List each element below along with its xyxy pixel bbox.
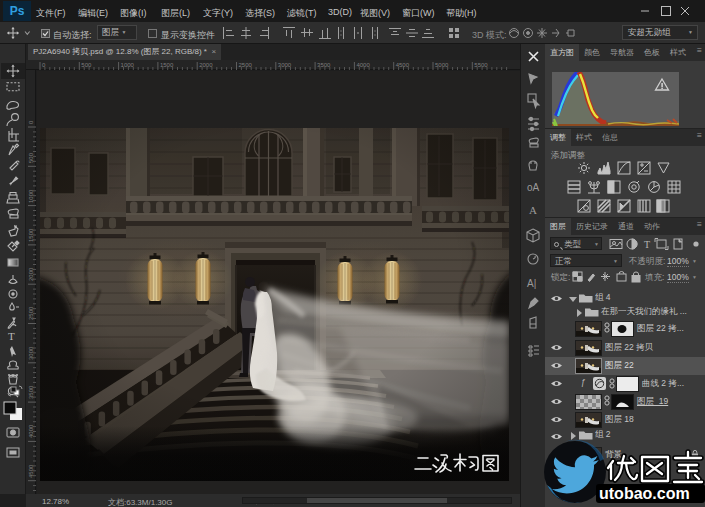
svg-text:2500: 2500: [239, 62, 253, 68]
svg-text:4500: 4500: [396, 62, 410, 68]
svg-text:2000: 2000: [28, 267, 34, 281]
svg-text:500: 500: [28, 152, 34, 163]
svg-text:500: 500: [81, 62, 92, 68]
svg-text:4000: 4000: [356, 62, 370, 68]
svg-text:2000: 2000: [199, 62, 213, 68]
svg-text:4000: 4000: [28, 424, 34, 438]
svg-text:1000: 1000: [121, 62, 135, 68]
svg-text:A|: A|: [527, 278, 536, 289]
svg-text:A: A: [529, 204, 537, 216]
svg-text:0: 0: [28, 120, 34, 124]
svg-text:3500: 3500: [28, 385, 34, 399]
svg-text:T: T: [644, 239, 650, 250]
svg-text:3000: 3000: [28, 346, 34, 360]
svg-text:4500: 4500: [28, 464, 34, 478]
svg-text:3000: 3000: [278, 62, 292, 68]
svg-text:utobao.com: utobao.com: [599, 485, 690, 502]
svg-text:0: 0: [42, 62, 46, 68]
svg-text:1500: 1500: [160, 62, 174, 68]
svg-text:T: T: [8, 330, 15, 342]
svg-text:5000: 5000: [435, 62, 449, 68]
svg-text:2500: 2500: [28, 306, 34, 320]
svg-text:5500: 5500: [474, 62, 488, 68]
svg-text:oA: oA: [527, 182, 540, 193]
svg-text:1500: 1500: [28, 228, 34, 242]
svg-text:3500: 3500: [317, 62, 331, 68]
svg-text:1000: 1000: [28, 189, 34, 203]
